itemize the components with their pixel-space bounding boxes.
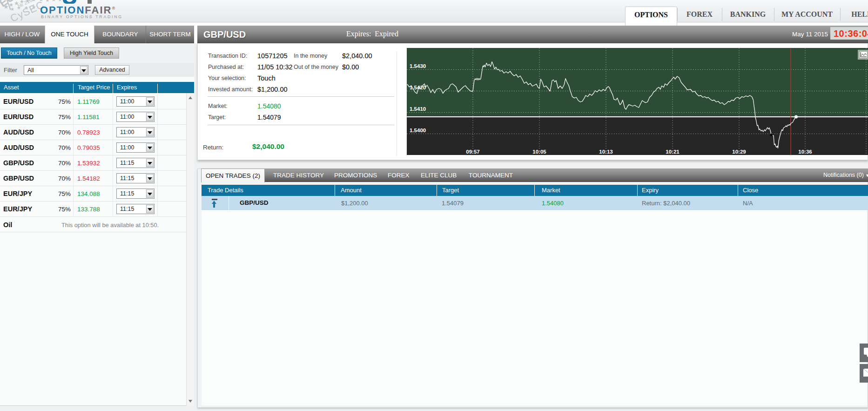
- svg-text:10:21: 10:21: [666, 149, 680, 155]
- svg-text:09:57: 09:57: [466, 149, 479, 155]
- svg-text:10:05: 10:05: [532, 149, 546, 155]
- svg-text:10:36: 10:36: [798, 149, 812, 155]
- svg-text:1.5410: 1.5410: [410, 106, 426, 112]
- svg-text:1.5400: 1.5400: [410, 128, 426, 133]
- svg-text:1.5420: 1.5420: [410, 85, 426, 90]
- svg-text:10:29: 10:29: [732, 149, 746, 155]
- svg-text:1.5430: 1.5430: [410, 63, 426, 69]
- svg-text:10:13: 10:13: [599, 149, 612, 155]
